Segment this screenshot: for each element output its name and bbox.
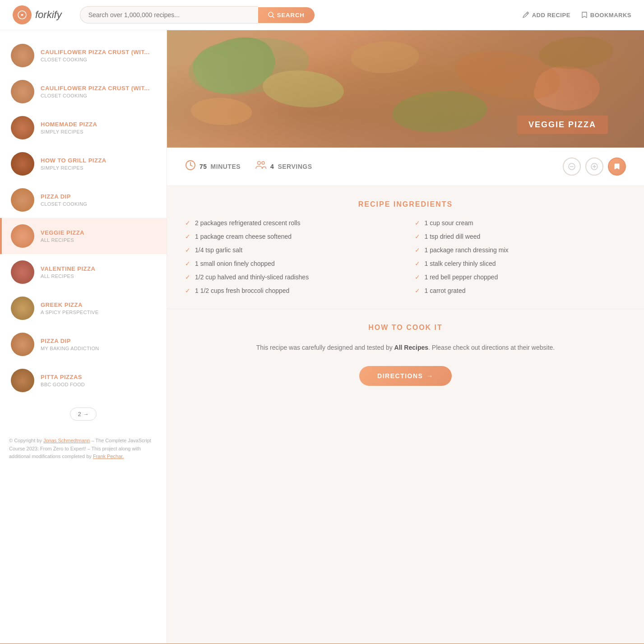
recipe-item[interactable]: PITTA PIZZAS BBC GOOD FOOD bbox=[0, 362, 167, 398]
check-icon: ✓ bbox=[185, 260, 190, 267]
recipe-thumbnail bbox=[11, 224, 34, 248]
recipe-title: CAULIFLOWER PIZZA CRUST (WIT... bbox=[41, 85, 158, 92]
recipe-source: ALL RECIPES bbox=[41, 273, 158, 279]
ingredients-section: RECIPE INGREDIENTS ✓ 2 packages refriger… bbox=[167, 186, 644, 309]
bookmark-recipe-button[interactable] bbox=[608, 158, 626, 176]
recipe-title: VEGGIE PIZZA bbox=[41, 229, 158, 236]
author2-link[interactable]: Frank Pechar. bbox=[93, 454, 124, 459]
check-icon: ✓ bbox=[185, 273, 190, 281]
svg-point-10 bbox=[388, 87, 491, 136]
ingredient-item: ✓ 1 red bell pepper chopped bbox=[415, 273, 626, 281]
bookmark-filled-icon bbox=[614, 163, 620, 170]
svg-line-3 bbox=[527, 13, 528, 14]
recipe-source: CLOSET COOKING bbox=[41, 201, 158, 207]
recipe-item[interactable]: CAULIFLOWER PIZZA CRUST (WIT... CLOSET C… bbox=[0, 37, 167, 74]
recipe-thumbnail bbox=[11, 188, 34, 212]
ingredient-item: ✓ 1 carrot grated bbox=[415, 287, 626, 294]
recipe-source: BBC GOOD FOOD bbox=[41, 382, 158, 387]
time-meta: 75 MINUTES bbox=[185, 160, 241, 173]
svg-point-14 bbox=[258, 162, 261, 165]
check-icon: ✓ bbox=[415, 273, 420, 281]
increase-servings-button[interactable] bbox=[585, 158, 603, 176]
recipe-item[interactable]: PIZZA DIP MY BAKING ADDICTION bbox=[0, 326, 167, 362]
header: forkify SEARCH ADD RECIPE BOOKMARKS bbox=[0, 0, 644, 30]
ingredient-item: ✓ 2 packages refrigerated crescent rolls bbox=[185, 219, 397, 227]
hero-image: VEGGIE PIZZA bbox=[167, 30, 644, 148]
people-icon bbox=[255, 160, 267, 173]
ingredient-item: ✓ 1 stalk celery thinly sliced bbox=[415, 260, 626, 267]
recipe-thumbnail bbox=[11, 44, 34, 67]
search-icon bbox=[268, 12, 274, 18]
recipe-source: SIMPLY RECIPES bbox=[41, 165, 158, 171]
page-next-button[interactable]: 2 → bbox=[70, 408, 96, 421]
recipe-thumbnail bbox=[11, 260, 34, 284]
directions-button[interactable]: DIRECTIONS → bbox=[359, 366, 452, 386]
recipe-title: PITTA PIZZAS bbox=[41, 374, 158, 380]
search-area: SEARCH bbox=[80, 6, 315, 23]
recipe-thumbnail bbox=[11, 333, 34, 356]
recipe-item[interactable]: HOMEMADE PIZZA SIMPLY RECIPES bbox=[0, 110, 167, 146]
recipe-source: CLOSET COOKING bbox=[41, 93, 158, 98]
recipe-thumbnail bbox=[11, 369, 34, 392]
ingredient-item: ✓ 1/4 tsp garlic salt bbox=[185, 246, 397, 254]
recipe-item[interactable]: PIZZA DIP CLOSET COOKING bbox=[0, 182, 167, 218]
clock-icon bbox=[185, 160, 196, 173]
ingredient-item: ✓ 1 small onion finely chopped bbox=[185, 260, 397, 267]
check-icon: ✓ bbox=[185, 246, 190, 254]
recipe-source: MY BAKING ADDICTION bbox=[41, 346, 158, 351]
recipe-thumbnail bbox=[11, 297, 34, 320]
cook-title: HOW TO COOK IT bbox=[185, 324, 626, 332]
cook-section: HOW TO COOK IT This recipe was carefully… bbox=[167, 309, 644, 400]
recipe-title: HOMEMADE PIZZA bbox=[41, 121, 158, 128]
ingredients-grid: ✓ 2 packages refrigerated crescent rolls… bbox=[185, 219, 626, 294]
svg-line-2 bbox=[273, 16, 274, 18]
ingredient-item: ✓ 1 tsp dried dill weed bbox=[415, 233, 626, 240]
bookmark-icon bbox=[581, 11, 588, 19]
recipe-title: PIZZA DIP bbox=[41, 193, 158, 200]
content-area: VEGGIE PIZZA 75 MINUTES bbox=[167, 30, 644, 644]
svg-line-13 bbox=[190, 165, 192, 166]
check-icon: ✓ bbox=[415, 233, 420, 240]
recipe-title: CAULIFLOWER PIZZA CRUST (WIT... bbox=[41, 49, 158, 56]
ingredient-item: ✓ 1 package ranch dressing mix bbox=[415, 246, 626, 254]
recipe-item[interactable]: CAULIFLOWER PIZZA CRUST (WIT... CLOSET C… bbox=[0, 74, 167, 110]
recipe-item[interactable]: VALENTINE PIZZA ALL RECIPES bbox=[0, 254, 167, 290]
check-icon: ✓ bbox=[415, 260, 420, 267]
recipe-source: SIMPLY RECIPES bbox=[41, 129, 158, 134]
check-icon: ✓ bbox=[185, 287, 190, 294]
check-icon: ✓ bbox=[415, 246, 420, 254]
edit-icon bbox=[522, 11, 529, 19]
decrease-servings-button[interactable] bbox=[563, 158, 581, 176]
ingredient-item: ✓ 1 cup sour cream bbox=[415, 219, 626, 227]
cook-description: This recipe was carefully designed and t… bbox=[185, 343, 626, 353]
add-recipe-button[interactable]: ADD RECIPE bbox=[522, 11, 570, 19]
plus-icon bbox=[591, 163, 598, 170]
recipe-item-active[interactable]: VEGGIE PIZZA ALL RECIPES bbox=[0, 218, 167, 254]
minutes-label: MINUTES bbox=[211, 163, 241, 170]
svg-point-15 bbox=[262, 162, 264, 164]
recipe-item[interactable]: GREEK PIZZA A SPICY PERSPECTIVE bbox=[0, 290, 167, 326]
recipe-source: CLOSET COOKING bbox=[41, 57, 158, 62]
hero-title: VEGGIE PIZZA bbox=[517, 116, 608, 134]
sidebar-footer: © Copyright by Jonas Schmedtmann – The C… bbox=[0, 430, 167, 468]
check-icon: ✓ bbox=[185, 219, 190, 227]
check-icon: ✓ bbox=[415, 287, 420, 294]
bookmarks-button[interactable]: BOOKMARKS bbox=[581, 11, 631, 19]
pagination: 2 → bbox=[0, 398, 167, 430]
logo[interactable]: forkify bbox=[13, 5, 62, 24]
recipe-item[interactable]: HOW TO GRILL PIZZA SIMPLY RECIPES bbox=[0, 146, 167, 182]
minus-icon bbox=[568, 163, 575, 170]
recipe-title: HOW TO GRILL PIZZA bbox=[41, 157, 158, 164]
sidebar: CAULIFLOWER PIZZA CRUST (WIT... CLOSET C… bbox=[0, 30, 167, 644]
recipe-title: PIZZA DIP bbox=[41, 338, 158, 344]
ingredient-item: ✓ 1/2 cup halved and thinly-sliced radis… bbox=[185, 273, 397, 281]
serving-controls bbox=[563, 158, 626, 176]
search-input[interactable] bbox=[80, 6, 258, 23]
author1-link[interactable]: Jonas Schmedtmann bbox=[43, 438, 90, 443]
recipe-title: VALENTINE PIZZA bbox=[41, 265, 158, 272]
ingredients-title: RECIPE INGREDIENTS bbox=[185, 200, 626, 208]
recipe-thumbnail bbox=[11, 152, 34, 176]
svg-point-6 bbox=[349, 40, 421, 75]
servings-value: 4 bbox=[270, 163, 274, 170]
search-button[interactable]: SEARCH bbox=[258, 7, 315, 23]
